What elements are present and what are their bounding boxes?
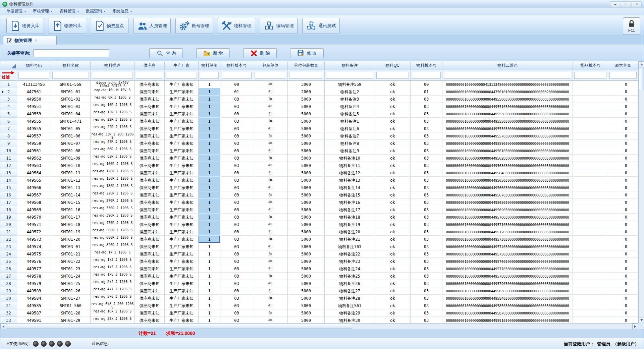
cell-qrcode[interactable]: 0000000001000000000000449550030000000000… [442, 96, 573, 103]
column-header-item-name[interactable]: 物料名称 [51, 61, 91, 70]
scroll-right-icon[interactable] [632, 324, 638, 329]
cell-item-desc[interactable]: res-mg 10R J 1206 S [91, 103, 135, 110]
cell-max-capacity[interactable]: 0 [608, 88, 638, 96]
cell-remark[interactable]: 物料备注5 [325, 110, 375, 118]
cell-item-name[interactable]: SMT01-23 [51, 265, 91, 273]
cell-item-desc[interactable]: res-mg 33R J 200 1206 S [91, 132, 135, 140]
cell-max-capacity[interactable]: 0 [608, 243, 638, 250]
cell-unit-price[interactable]: 1 [199, 155, 220, 162]
cell-item-desc[interactable]: res-mg 82R J 1206 S [91, 155, 135, 162]
stock-out-button[interactable]: 物资出库 [49, 18, 86, 34]
cell-max-capacity[interactable]: 0 [608, 295, 638, 302]
cell-qrcode[interactable]: 0000000001000000000000449568030000000000… [442, 199, 573, 206]
cell-pack-qty[interactable]: 5000 [288, 155, 325, 162]
cell-max-capacity[interactable]: 0 [608, 309, 638, 317]
cell-qc[interactable]: ok [375, 184, 411, 191]
cell-supplier[interactable]: 供应商未知 [135, 191, 165, 199]
cell-manufacturer[interactable]: 生产厂家未知 [165, 206, 199, 214]
cell-goods-version[interactable] [573, 125, 608, 132]
scroll-left-icon[interactable] [0, 324, 6, 329]
cell-manufacturer[interactable]: 生产厂家未知 [165, 96, 199, 103]
cell-pack-qty[interactable]: 5000 [288, 118, 325, 125]
cell-version2[interactable]: 03 [411, 110, 442, 118]
cell-supplier[interactable]: 供应商未知 [135, 221, 165, 228]
cell-remark[interactable]: 物料备注10 [325, 155, 375, 162]
row-number[interactable]: 8 [0, 132, 17, 140]
scroll-up-icon[interactable] [639, 61, 644, 67]
cell-item-name[interactable]: SMT01-22 [51, 258, 91, 265]
cell-pack-qty[interactable]: 5000 [288, 184, 325, 191]
cell-supplier[interactable]: 供应商未知 [135, 103, 165, 110]
cell-pack-unit[interactable]: 件 [253, 295, 288, 302]
cell-item-name[interactable]: SMT01-13 [51, 184, 91, 191]
cell-remark[interactable]: 物料备注8 [325, 140, 375, 147]
cell-qrcode[interactable]: 0000000001000000000000449572030000000000… [442, 228, 573, 236]
cell-pack-qty[interactable]: 5000 [288, 236, 325, 243]
cell-pack-unit[interactable]: 件 [253, 317, 288, 323]
cell-version[interactable]: 03 [220, 273, 253, 280]
cell-qrcode[interactable]: 0000000001000000000000449566030000000000… [442, 184, 573, 191]
cell-remark[interactable]: 物料备注13 [325, 177, 375, 184]
cell-remark[interactable]: 物料备注18 [325, 214, 375, 221]
cell-version[interactable]: 00 [220, 81, 253, 88]
cell-item-desc[interactable]: res-mg 4k7 J 1206 S [91, 287, 135, 295]
cell-manufacturer[interactable]: 生产厂家未知 [165, 110, 199, 118]
cell-manufacturer[interactable]: 生产厂家未知 [165, 162, 199, 169]
filter-input-supplier[interactable] [136, 72, 163, 79]
cell-max-capacity[interactable]: 0 [608, 236, 638, 243]
cell-unit-price[interactable]: 1 [199, 96, 220, 103]
cell-item-desc[interactable]: res-mg 47R J 1206 S [91, 140, 135, 147]
cell-qc[interactable]: ok [375, 250, 411, 258]
cell-item-no[interactable]: 449583 [17, 287, 51, 295]
tab-close-icon[interactable]: × [34, 38, 38, 43]
cell-max-capacity[interactable]: 0 [608, 199, 638, 206]
cell-version[interactable]: 03 [220, 125, 253, 132]
cell-item-desc[interactable]: res-mg 470R J 1206 S [91, 221, 135, 228]
cell-supplier[interactable]: 供应商未知 [135, 309, 165, 317]
cell-item-no[interactable]: 449569 [17, 206, 51, 214]
row-number[interactable]: 9 [0, 140, 17, 147]
cell-unit-price[interactable]: 1 [199, 302, 220, 309]
cell-qrcode[interactable]: 0000000001000000000000449584030000000000… [442, 295, 573, 302]
cell-remark[interactable]: 物料备注3 [325, 96, 375, 103]
cell-item-no[interactable]: 449564 [17, 169, 51, 177]
cell-supplier[interactable]: 供应商未知 [135, 118, 165, 125]
cell-qc[interactable]: ok [375, 317, 411, 323]
cell-qrcode[interactable]: 0000000001000000000000449564030000000000… [442, 169, 573, 177]
cell-qc[interactable]: ok [375, 191, 411, 199]
cell-version2[interactable]: 03 [411, 214, 442, 221]
cell-qc[interactable]: ok [375, 147, 411, 155]
cell-pack-qty[interactable]: 5000 [288, 199, 325, 206]
cell-version2[interactable]: 03 [411, 265, 442, 273]
cell-qrcode[interactable]: 0000000001000000000000449567030000000000… [442, 191, 573, 199]
cell-goods-version[interactable] [573, 110, 608, 118]
cell-version2[interactable]: 03 [411, 206, 442, 214]
cell-qc[interactable]: ok [375, 221, 411, 228]
row-number[interactable]: 4 [0, 103, 17, 110]
cell-remark[interactable]: 物料备注23 [325, 258, 375, 265]
cell-unit-price[interactable]: 1 [199, 265, 220, 273]
cell-supplier[interactable]: 供应商未知 [135, 96, 165, 103]
cell-item-name[interactable]: SMT01-16 [51, 206, 91, 214]
cell-goods-version[interactable] [573, 236, 608, 243]
cell-qrcode[interactable]: 0000000001000000000000449569030000000000… [442, 206, 573, 214]
cell-version[interactable]: 03 [220, 295, 253, 302]
cell-goods-version[interactable] [573, 191, 608, 199]
filter-input-item-desc[interactable] [92, 72, 133, 79]
row-number[interactable]: 1 [0, 81, 17, 88]
cell-version[interactable]: 03 [220, 250, 253, 258]
filter-input-remark[interactable] [326, 72, 373, 79]
cell-pack-qty[interactable]: 5000 [288, 243, 325, 250]
cell-supplier[interactable]: 供应商未知 [135, 214, 165, 221]
cell-version[interactable]: 03 [220, 118, 253, 125]
cell-pack-qty[interactable]: 5000 [288, 295, 325, 302]
cell-remark[interactable]: 物料备注561 [325, 302, 375, 309]
cell-remark[interactable]: 物料备注4 [325, 103, 375, 110]
cell-pack-unit[interactable]: 件 [253, 243, 288, 250]
cell-item-desc[interactable]: res-mg 820R J 1206 S [91, 243, 135, 250]
cell-max-capacity[interactable]: 0 [608, 250, 638, 258]
menu-item-data-mgmt[interactable]: 资料管理 [56, 8, 83, 15]
filter-input-unit-price[interactable] [200, 72, 219, 79]
cell-qc[interactable]: ok [375, 295, 411, 302]
cell-max-capacity[interactable]: 0 [608, 317, 638, 323]
